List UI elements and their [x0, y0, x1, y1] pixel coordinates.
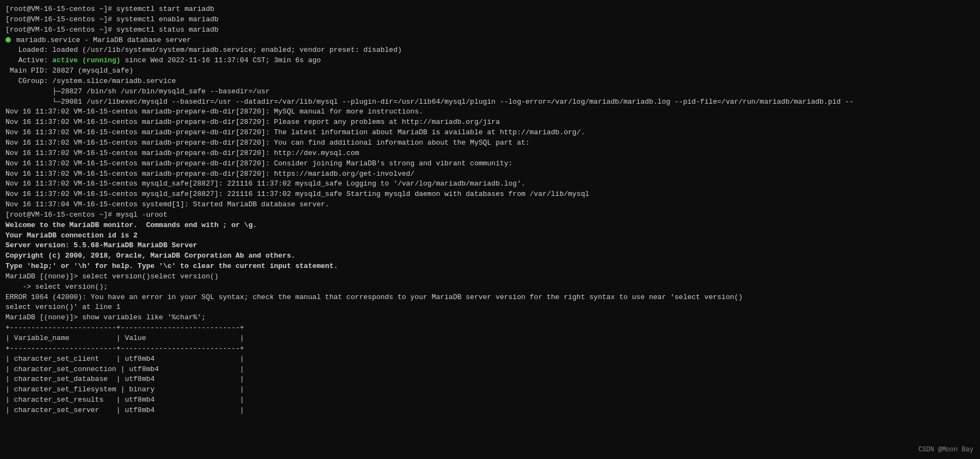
terminal-line: Active: active (running) since Wed 2022-… [5, 56, 975, 66]
terminal-line: └─29081 /usr/libexec/mysqld --basedir=/u… [5, 97, 975, 108]
terminal-line: [root@VM-16-15-centos ~]# mysql -uroot [5, 210, 975, 220]
terminal-line: Copyright (c) 2000, 2018, Oracle, MariaD… [5, 251, 975, 261]
status-dot-icon [5, 37, 11, 43]
terminal-line: | character_set_server | utf8mb4 | [5, 406, 975, 416]
watermark: CSDN @Moon Bay [918, 445, 973, 455]
terminal-line: | character_set_connection | utf8mb4 | [5, 365, 975, 375]
terminal-line: Nov 16 11:37:02 VM-16-15-centos mariadb-… [5, 169, 975, 180]
terminal-line: MariaDB [(none)]> show variables like '%… [5, 313, 975, 323]
terminal-line: Nov 16 11:37:02 VM-16-15-centos mysqld_s… [5, 189, 975, 200]
terminal-line: Nov 16 11:37:02 VM-16-15-centos mariadb-… [5, 117, 975, 128]
terminal-line: Server version: 5.5.68-MariaDB MariaDB S… [5, 241, 975, 251]
terminal-line: [root@VM-16-15-centos ~]# systemctl stat… [5, 25, 975, 35]
terminal-line: Loaded: loaded (/usr/lib/systemd/system/… [5, 45, 975, 56]
active-status: active (running) [52, 56, 121, 64]
terminal-line: | character_set_results | utf8mb4 | [5, 395, 975, 406]
terminal-line: mariadb.service - MariaDB database serve… [5, 35, 975, 46]
terminal-line: -> select version(); [5, 282, 975, 293]
terminal-line: CGroup: /system.slice/mariadb.service [5, 76, 975, 87]
terminal-line: | character_set_database | utf8mb4 | [5, 374, 975, 385]
terminal-line: | character_set_filesystem | binary | [5, 385, 975, 395]
terminal-line: Welcome to the MariaDB monitor. Commands… [5, 220, 975, 231]
terminal-line: [root@VM-16-15-centos ~]# systemctl enab… [5, 15, 975, 25]
terminal-line: select version()' at line 1 [5, 302, 975, 313]
terminal-line: [root@VM-16-15-centos ~]# systemctl star… [5, 4, 975, 15]
terminal-line: Nov 16 11:37:02 VM-16-15-centos mariadb-… [5, 148, 975, 159]
terminal-line: Type 'help;' or '\h' for help. Type '\c'… [5, 261, 975, 272]
terminal-line: Nov 16 11:37:04 VM-16-15-centos systemd[… [5, 200, 975, 210]
terminal-line: Main PID: 28827 (mysqld_safe) [5, 66, 975, 76]
terminal-line: | Variable_name | Value | [5, 333, 975, 344]
active-suffix: since Wed 2022-11-16 11:37:04 CST; 3min … [121, 56, 321, 64]
terminal-line: | character_set_client | utf8mb4 | [5, 354, 975, 365]
terminal-line: +-------------------------+-------------… [5, 323, 975, 333]
terminal-line: Nov 16 11:37:02 VM-16-15-centos mariadb-… [5, 159, 975, 169]
terminal-line: +-------------------------+-------------… [5, 344, 975, 354]
terminal-line: MariaDB [(none)]> select version()select… [5, 272, 975, 282]
terminal-line: ERROR 1064 (42000): You have an error in… [5, 293, 975, 303]
terminal-line: Nov 16 11:37:02 VM-16-15-centos mariadb-… [5, 138, 975, 148]
terminal-line: ├─28827 /bin/sh /usr/bin/mysqld_safe --b… [5, 87, 975, 97]
terminal-line: Nov 16 11:37:02 VM-16-15-centos mariadb-… [5, 107, 975, 117]
active-prefix: Active: [5, 56, 52, 64]
terminal-line: Nov 16 11:37:02 VM-16-15-centos mariadb-… [5, 128, 975, 138]
terminal-line: Your MariaDB connection id is 2 [5, 231, 975, 241]
terminal-output: [root@VM-16-15-centos ~]# systemctl star… [0, 0, 980, 420]
terminal-line: Nov 16 11:37:02 VM-16-15-centos mysqld_s… [5, 179, 975, 189]
